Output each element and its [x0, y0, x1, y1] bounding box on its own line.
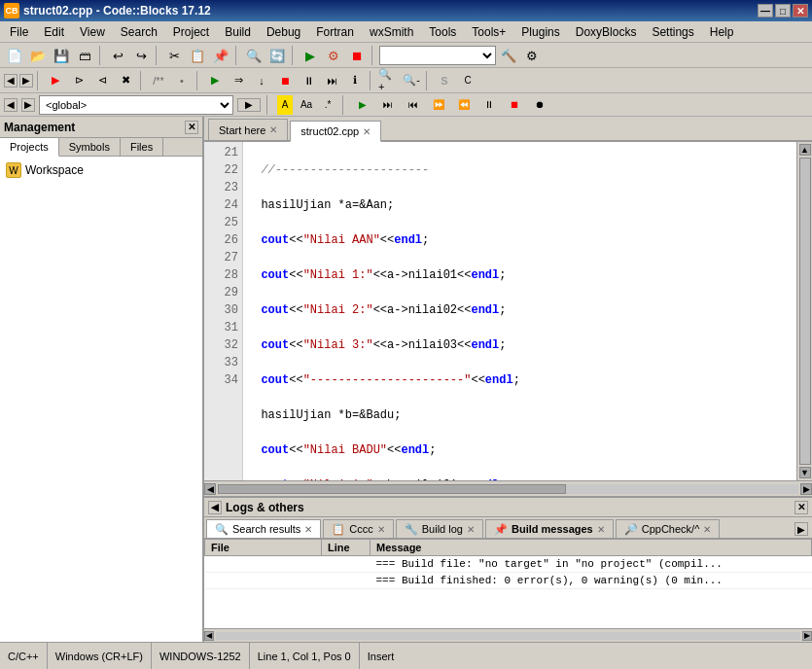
management-close-button[interactable]: ✕	[185, 121, 198, 134]
scroll-left-button[interactable]: ◀	[204, 483, 216, 495]
menu-file[interactable]: File	[2, 21, 36, 42]
horizontal-scrollbar-editor[interactable]: ◀ ▶	[204, 480, 812, 496]
menu-settings[interactable]: Settings	[644, 21, 701, 42]
copy-button[interactable]: 📋	[187, 45, 208, 66]
tab-projects[interactable]: Projects	[0, 138, 59, 157]
workspace-item[interactable]: W Workspace	[4, 160, 198, 180]
debug-step-button[interactable]: ↓	[251, 70, 272, 91]
tab-struct02-close[interactable]: ✕	[363, 126, 371, 137]
pause2-button[interactable]: ⏸	[478, 94, 500, 116]
minimize-button[interactable]: —	[758, 4, 773, 18]
logs-tab-buildmsg-close[interactable]: ✕	[597, 524, 605, 535]
redo-button[interactable]: ↪	[130, 45, 152, 66]
tab-symbols[interactable]: Symbols	[59, 138, 121, 156]
menu-edit[interactable]: Edit	[36, 21, 72, 42]
logs-tab-search[interactable]: 🔍 Search results ✕	[206, 519, 321, 538]
build-button[interactable]: ⚙	[323, 45, 344, 66]
menu-toolsplus[interactable]: Tools+	[464, 21, 513, 42]
logs-tab-buildmsg[interactable]: 📌 Build messages ✕	[485, 519, 614, 538]
skip3-button[interactable]: ⏩	[428, 94, 449, 116]
save-button[interactable]: 💾	[51, 45, 72, 66]
menu-plugins[interactable]: Plugins	[513, 21, 567, 42]
logs-tab-buildlog-close[interactable]: ✕	[467, 524, 475, 535]
code-content[interactable]: //---------------------- hasilUjian *a=&…	[243, 142, 796, 480]
menu-search[interactable]: Search	[113, 21, 165, 42]
logs-scroll-left[interactable]: ◀	[204, 631, 214, 641]
bookmark-next-button[interactable]: ⊳	[68, 70, 89, 91]
scroll-thumb[interactable]	[799, 158, 811, 465]
scroll-right-button[interactable]: ▶	[800, 483, 812, 495]
bookmark-prev-button[interactable]: ⊲	[91, 70, 113, 91]
undo-button[interactable]: ↩	[107, 45, 128, 66]
debug-next-button[interactable]: ⇒	[228, 70, 249, 91]
find-button[interactable]: 🔍	[243, 45, 265, 66]
menu-tools[interactable]: Tools	[421, 21, 464, 42]
logs-tab-buildlog[interactable]: 🔧 Build log ✕	[396, 519, 483, 538]
addr-forward-button[interactable]: ▶	[21, 98, 35, 112]
nav-back-button[interactable]: ◀	[4, 74, 18, 88]
vertical-scrollbar[interactable]: ▲ ▼	[796, 142, 812, 480]
bookmark-toggle-button[interactable]: ▶	[45, 70, 66, 91]
frame-button[interactable]: ⏪	[453, 94, 475, 116]
more-button[interactable]: C	[457, 70, 478, 91]
tab-start-here-close[interactable]: ✕	[269, 124, 277, 135]
tab-files[interactable]: Files	[121, 138, 163, 156]
menu-doxyblocks[interactable]: DoxyBlocks	[568, 21, 645, 42]
new-file-button[interactable]: 📄	[4, 45, 25, 66]
settings-button[interactable]: ⚙	[521, 45, 543, 66]
logs-nav-left[interactable]: ◀	[208, 501, 222, 514]
highlight-button[interactable]: A	[276, 94, 294, 116]
logs-tab-cccc-close[interactable]: ✕	[377, 524, 385, 535]
scope-combo[interactable]: <global>	[39, 95, 233, 115]
stop2-button[interactable]: ⏹	[504, 94, 525, 116]
replace-button[interactable]: 🔄	[266, 45, 288, 66]
clear-bookmarks-button[interactable]: ✖	[115, 70, 136, 91]
scroll-up-button[interactable]: ▲	[799, 144, 811, 156]
save-all-button[interactable]: 🗃	[74, 45, 95, 66]
play-button2[interactable]: ▶	[352, 94, 373, 116]
menu-help[interactable]: Help	[702, 21, 742, 42]
logs-nav-right[interactable]: ▶	[794, 522, 808, 536]
logs-tab-cppcheck-close[interactable]: ✕	[703, 524, 711, 535]
scroll-down-button[interactable]: ▼	[799, 467, 811, 478]
menu-fortran[interactable]: Fortran	[308, 21, 362, 42]
build-target-combo[interactable]	[379, 46, 496, 65]
stop-button[interactable]: ⏹	[346, 45, 368, 66]
case-button[interactable]: Aa	[298, 94, 315, 116]
menu-build[interactable]: Build	[217, 21, 259, 42]
insert-button[interactable]: S	[434, 70, 455, 91]
close-button[interactable]: ✕	[793, 4, 808, 18]
menu-wxsmith[interactable]: wxSmith	[362, 21, 421, 42]
record-button[interactable]: ⏺	[529, 94, 550, 116]
open-button[interactable]: 📂	[27, 45, 49, 66]
logs-scroll-right[interactable]: ▶	[802, 631, 812, 641]
h-scroll-track[interactable]	[218, 484, 798, 494]
addr-back-button[interactable]: ◀	[4, 98, 18, 112]
doc-comment2-button[interactable]: •	[171, 70, 193, 91]
h-scroll-thumb[interactable]	[218, 484, 566, 494]
paste-button[interactable]: 📌	[210, 45, 231, 66]
regex-button[interactable]: .*	[319, 94, 336, 116]
horizontal-scrollbar-logs[interactable]: ◀ ▶	[204, 628, 812, 642]
debug-pause-button[interactable]: ⏸	[298, 70, 319, 91]
logs-tab-cppcheck[interactable]: 🔎 CppCheck/^ ✕	[616, 519, 721, 538]
debug-skip-button[interactable]: ⏭	[321, 70, 342, 91]
zoom-out-button[interactable]: 🔍-	[401, 70, 422, 91]
logs-h-scroll-track[interactable]	[216, 632, 800, 640]
doc-comment-button[interactable]: /**	[148, 70, 169, 91]
maximize-button[interactable]: □	[775, 4, 791, 18]
tab-start-here[interactable]: Start here ✕	[208, 119, 288, 140]
zoom-in-button[interactable]: 🔍+	[377, 70, 399, 91]
compile-button[interactable]: 🔨	[498, 45, 519, 66]
skip2-button[interactable]: ⏭	[377, 94, 399, 116]
menu-debug[interactable]: Debug	[259, 21, 308, 42]
menu-view[interactable]: View	[72, 21, 113, 42]
debug-stop-button[interactable]: ⏹	[274, 70, 296, 91]
menu-project[interactable]: Project	[165, 21, 217, 42]
debug-info-button[interactable]: ℹ	[344, 70, 366, 91]
nav-forward-button[interactable]: ▶	[19, 74, 33, 88]
tab-struct02[interactable]: struct02.cpp ✕	[290, 121, 381, 142]
debug-run-button[interactable]: ▶	[204, 70, 226, 91]
cut-button[interactable]: ✂	[163, 45, 185, 66]
logs-tab-search-close[interactable]: ✕	[304, 524, 312, 535]
